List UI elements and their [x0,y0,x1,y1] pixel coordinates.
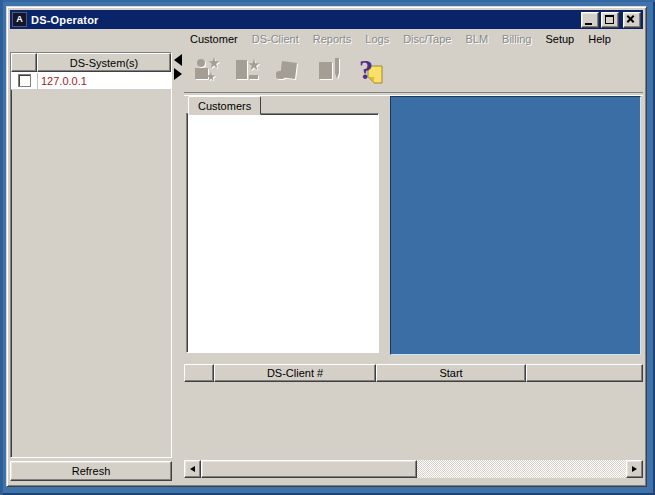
horizontal-scrollbar [184,460,643,478]
scrollbar-thumb[interactable] [201,460,417,478]
customer-document-icon [270,52,306,88]
column-header-blank[interactable] [184,364,214,382]
help-icon[interactable]: ? [352,52,388,88]
expand-right-icon[interactable] [174,68,182,80]
scroll-left-button[interactable] [184,460,201,478]
title-bar: A DS-Operator [10,10,643,29]
ds-system-address[interactable]: 127.0.0.1 [37,73,171,89]
desktop: A DS-Operator Customer DS-Client Reports… [0,0,655,495]
ds-system-list: DS-System(s) 127.0.0.1 [10,52,172,458]
menu-billing: Billing [498,31,535,47]
menu-bar: Customer DS-Client Reports Logs Disc/Tap… [10,29,643,48]
checkbox-column-header[interactable] [11,53,37,72]
ds-system-column-header[interactable]: DS-System(s) [37,53,171,72]
activity-table-body [184,382,643,452]
activity-table: DS-Client # Start [184,364,643,458]
new-customer-icon [188,52,224,88]
app-window: A DS-Operator Customer DS-Client Reports… [6,6,647,487]
ds-system-checkbox[interactable] [18,74,31,87]
activity-table-header: DS-Client # Start [184,364,643,382]
tab-customers[interactable]: Customers [188,96,261,115]
scroll-right-button[interactable] [626,460,643,478]
menu-setup[interactable]: Setup [541,31,578,47]
menu-disc-tape: Disc/Tape [399,31,455,47]
detail-panel [390,96,641,355]
scroll-left-icon [190,466,195,472]
close-button[interactable] [623,12,641,28]
scrollbar-track[interactable] [417,460,626,478]
collapse-left-icon[interactable] [174,54,182,66]
menu-ds-client: DS-Client [248,31,303,47]
menu-reports: Reports [309,31,356,47]
svg-text:?: ? [359,54,373,85]
minimize-icon [585,23,592,25]
ds-system-list-header: DS-System(s) [11,53,171,72]
ds-system-row[interactable]: 127.0.0.1 [11,72,171,90]
refresh-button-label: Refresh [72,465,111,477]
menu-customer[interactable]: Customer [186,31,242,47]
column-header-ds-client[interactable]: DS-Client # [214,364,376,382]
menu-help[interactable]: Help [584,31,615,47]
column-header-start[interactable]: Start [376,364,526,382]
menu-blm: BLM [461,31,492,47]
minimize-button[interactable] [581,12,599,28]
customer-properties-icon [311,52,347,88]
column-header-trailing[interactable] [526,364,643,382]
customers-list[interactable] [186,113,379,353]
edit-customer-icon [229,52,265,88]
refresh-button[interactable]: Refresh [10,461,172,481]
menu-logs: Logs [361,31,393,47]
client-area: DS-System(s) 127.0.0.1 Refresh [10,48,643,483]
tab-customers-label: Customers [198,100,251,112]
maximize-button[interactable] [601,12,619,28]
app-icon: A [12,12,27,27]
toolbar: ? [184,48,643,92]
main-panel: ? Customers DS-Client # S [184,48,643,483]
maximize-icon [605,15,614,24]
splitter [174,54,184,80]
window-title: DS-Operator [31,14,579,26]
scroll-right-icon [632,466,637,472]
